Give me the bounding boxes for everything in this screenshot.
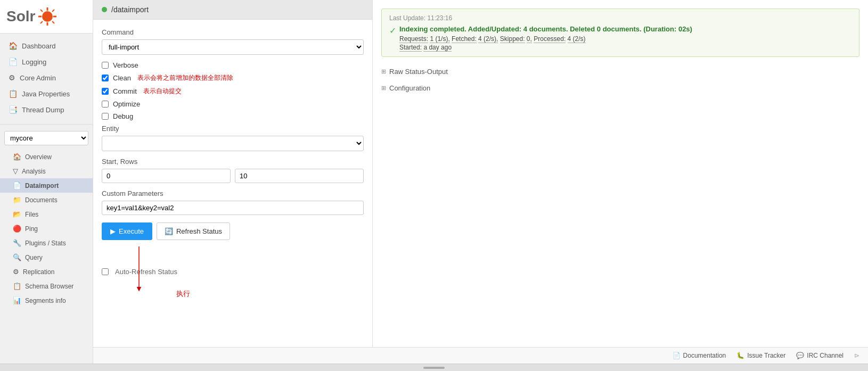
core-nav-dataimport[interactable]: 📄 Dataimport	[0, 178, 93, 193]
raw-status-header[interactable]: ⊞ Raw Status-Output	[381, 65, 859, 78]
main-content: /dataimport Command full-import delta-im…	[93, 0, 868, 364]
status-dot	[102, 7, 107, 12]
right-panel: Last Update: 11:23:16 ✓ Indexing complet…	[373, 0, 868, 347]
sidebar-global-nav: 🏠 Dashboard 📄 Logging ⚙ Core Admin 📋 Jav…	[0, 34, 93, 122]
verbose-label: Verbose	[113, 61, 138, 69]
core-nav-plugins-stats[interactable]: 🔧 Plugins / Stats	[0, 236, 93, 250]
core-nav-analysis-label: Analysis	[22, 168, 46, 175]
rows-input[interactable]	[235, 169, 364, 183]
sidebar-item-logging[interactable]: 📄 Logging	[0, 54, 93, 70]
files-icon: 📂	[13, 210, 21, 218]
documentation-label: Documentation	[683, 352, 726, 359]
sidebar-item-dashboard-label: Dashboard	[22, 42, 56, 50]
optimize-checkbox[interactable]	[102, 101, 109, 108]
commit-row: Commit	[102, 87, 137, 95]
sidebar-item-java-properties[interactable]: 📋 Java Properties	[0, 86, 93, 102]
irc-channel-link[interactable]: 💬 IRC Channel	[796, 352, 844, 359]
checkboxes-area: Verbose Clean 表示会将之前增加的数据全部清除	[102, 61, 364, 120]
core-nav-files[interactable]: 📂 Files	[0, 207, 93, 221]
core-nav-documents[interactable]: 📁 Documents	[0, 193, 93, 207]
svg-line-8	[40, 21, 43, 23]
core-nav-dataimport-label: Dataimport	[25, 182, 59, 189]
form-area: Command full-import delta-import abort r…	[93, 20, 372, 284]
execute-icon: ▶	[110, 227, 116, 235]
configuration-label: Configuration	[389, 84, 430, 92]
segments-info-icon: 📊	[13, 296, 21, 304]
execute-annotation-text: 执行	[176, 289, 190, 299]
core-nav: 🏠 Overview ▽ Analysis 📄 Dataimport 📁 Doc…	[0, 150, 93, 308]
verbose-checkbox[interactable]	[102, 62, 109, 69]
clean-row: Clean	[102, 74, 131, 82]
clean-checkbox[interactable]	[102, 75, 109, 81]
debug-checkbox[interactable]	[102, 113, 109, 120]
sidebar-item-java-properties-label: Java Properties	[22, 90, 70, 98]
auto-refresh-checkbox[interactable]	[102, 268, 109, 275]
start-rows-label: Start, Rows	[102, 158, 364, 166]
core-nav-ping[interactable]: 🔴 Ping	[0, 221, 93, 236]
core-nav-query-label: Query	[25, 254, 43, 261]
core-nav-documents-label: Documents	[25, 196, 58, 204]
execute-button[interactable]: ▶ Execute	[102, 222, 152, 240]
query-icon: 🔍	[13, 253, 21, 261]
raw-status-section: ⊞ Raw Status-Output	[381, 65, 859, 78]
raw-status-label: Raw Status-Output	[389, 68, 448, 76]
sidebar-item-core-admin[interactable]: ⚙ Core Admin	[0, 70, 93, 86]
panel-header-title: /dataimport	[111, 5, 149, 14]
debug-row: Debug	[102, 112, 364, 120]
dataimport-layout: /dataimport Command full-import delta-im…	[93, 0, 868, 347]
fetched-label: Fetched:	[452, 35, 477, 43]
core-nav-overview[interactable]: 🏠 Overview	[0, 150, 93, 164]
core-nav-segments-info-label: Segments info	[25, 297, 66, 304]
logo-area: Solr	[6, 6, 86, 27]
execute-arrow-svg	[128, 246, 235, 310]
documentation-link[interactable]: 📄 Documentation	[673, 352, 726, 359]
app-container: Solr 🏠	[0, 0, 868, 371]
schema-browser-icon: 📋	[13, 282, 21, 290]
entity-select[interactable]	[102, 136, 364, 151]
status-detail-requests: Requests: 1 (1/s), Fetched: 4 (2/s), Ski…	[399, 35, 692, 43]
sidebar-item-thread-dump[interactable]: 📑 Thread Dump	[0, 102, 93, 118]
sidebar: Solr 🏠	[0, 0, 93, 364]
core-nav-segments-info[interactable]: 📊 Segments info	[0, 293, 93, 308]
buttons-area: ▶ Execute 🔄 Refresh Status	[102, 222, 364, 268]
documentation-icon: 📄	[673, 352, 681, 359]
last-update-time: 11:23:16	[427, 14, 452, 22]
clean-annotation: 表示会将之前增加的数据全部清除	[137, 73, 233, 83]
svg-line-6	[52, 21, 54, 23]
sidebar-item-dashboard[interactable]: 🏠 Dashboard	[0, 38, 93, 54]
custom-params-input[interactable]	[102, 201, 364, 215]
execute-annotation-area: 执行	[102, 246, 364, 268]
execute-label: Execute	[119, 227, 144, 235]
raw-status-expand-icon: ⊞	[381, 68, 386, 75]
commit-annotation: 表示自动提交	[143, 87, 182, 96]
core-admin-icon: ⚙	[9, 73, 15, 82]
core-nav-query[interactable]: 🔍 Query	[0, 250, 93, 265]
refresh-status-button[interactable]: 🔄 Refresh Status	[157, 222, 230, 240]
debug-label: Debug	[113, 112, 133, 120]
bottom-scrollbar[interactable]	[0, 364, 868, 371]
solr-logo-icon	[37, 6, 58, 27]
command-select[interactable]: full-import delta-import abort reload-co…	[102, 39, 364, 55]
sidebar-item-core-admin-label: Core Admin	[20, 74, 56, 82]
start-input[interactable]	[102, 169, 231, 183]
commit-checkbox[interactable]	[102, 88, 109, 95]
optimize-label: Optimize	[113, 100, 140, 108]
issue-tracker-link[interactable]: 🐛 Issue Tracker	[736, 352, 785, 359]
core-nav-analysis[interactable]: ▽ Analysis	[0, 164, 93, 178]
java-properties-icon: 📋	[9, 89, 18, 98]
plugins-stats-icon: 🔧	[13, 239, 21, 247]
core-nav-replication[interactable]: ⚙ Replication	[0, 265, 93, 279]
core-select[interactable]: mycore	[4, 131, 88, 145]
sidebar-item-thread-dump-label: Thread Dump	[22, 106, 64, 114]
configuration-section: ⊞ Configuration	[381, 82, 859, 94]
svg-line-5	[40, 10, 43, 12]
core-nav-schema-browser[interactable]: 📋 Schema Browser	[0, 279, 93, 293]
core-nav-overview-label: Overview	[25, 153, 52, 161]
configuration-header[interactable]: ⊞ Configuration	[381, 82, 859, 94]
command-group: Command full-import delta-import abort r…	[102, 28, 364, 55]
core-selector-area: mycore	[0, 127, 93, 150]
last-update-label: Last Update:	[389, 14, 425, 22]
refresh-status-label: Refresh Status	[176, 227, 222, 235]
irc-channel-icon: 💬	[796, 352, 804, 359]
core-nav-ping-label: Ping	[25, 225, 38, 233]
